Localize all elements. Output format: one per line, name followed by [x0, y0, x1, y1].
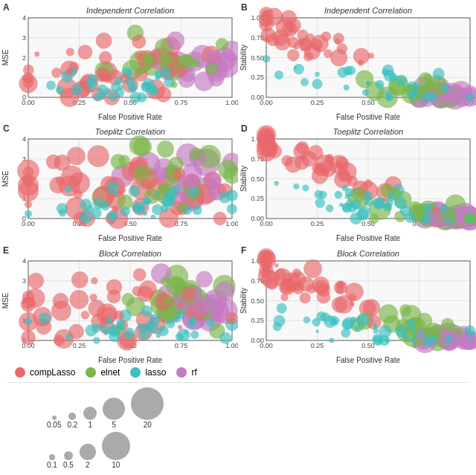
legend-area: compLasso elnet lasso rf 0.05 0.2 1: [0, 364, 476, 475]
ratio-legend-row2: 0.1 0.5 2 10: [7, 432, 469, 469]
size-item-10: 10: [102, 432, 130, 469]
size-item-20: 20: [131, 387, 164, 429]
size-item-05: 0.5: [63, 451, 74, 469]
rf-label: rf: [191, 367, 196, 378]
plots-grid: [0, 0, 476, 364]
legend-method-row: compLasso elnet lasso rf: [7, 367, 469, 378]
size-item-01: 0.1: [47, 454, 57, 469]
elnet-label: elnet: [100, 367, 120, 378]
lasso-label: lasso: [145, 367, 166, 378]
plot-B: [238, 0, 476, 121]
ratio-legend-row1: 0.05 0.2 1 5 20: [7, 387, 469, 429]
complasso-dot: [15, 367, 25, 378]
rf-dot: [176, 367, 187, 378]
plot-F: [238, 243, 476, 364]
plot-E: [0, 243, 238, 364]
size-item-5: 5: [103, 398, 125, 429]
lasso-dot: [130, 367, 141, 378]
complasso-label: compLasso: [30, 367, 75, 378]
plot-A: [0, 0, 238, 121]
elnet-dot: [86, 367, 96, 378]
plot-C: [0, 121, 238, 242]
main-container: compLasso elnet lasso rf 0.05 0.2 1: [0, 0, 476, 475]
plot-D: [238, 121, 476, 242]
size-item-1: 1: [83, 407, 97, 429]
size-item-2: 2: [80, 444, 96, 469]
size-item-005: 0.05: [47, 416, 61, 429]
size-item-02: 0.2: [67, 413, 77, 429]
